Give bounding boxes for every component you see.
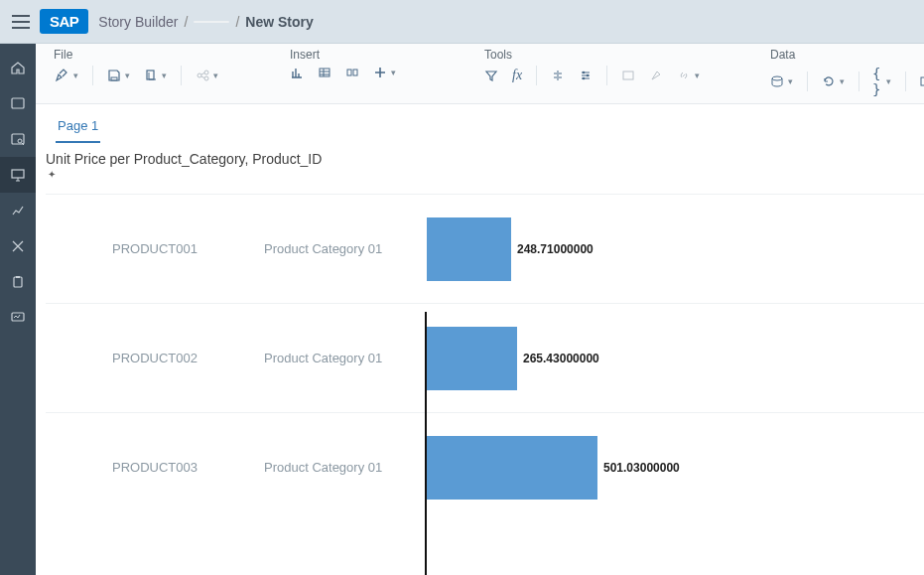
svg-point-10 (204, 71, 208, 74)
svg-point-17 (583, 77, 586, 80)
chart-row: PRODUCT003 Product Category 01 501.03000… (46, 412, 924, 521)
sidebar (0, 44, 36, 575)
chart-area: Unit Price per Product_Category, Product… (36, 143, 924, 521)
sidebar-home-icon[interactable] (0, 50, 36, 85)
compare-button[interactable] (551, 69, 565, 82)
bar[interactable] (427, 217, 511, 281)
ribbon-label-file: File (54, 48, 262, 62)
breadcrumb-current: New Story (245, 14, 313, 30)
svg-rect-7 (111, 77, 117, 80)
chart-row: PRODUCT002 Product Category 01 265.43000… (46, 303, 924, 412)
sidebar-monitor-icon[interactable] (0, 300, 36, 336)
sidebar-files-icon[interactable] (0, 85, 36, 121)
main: File ▾ ▾ ▾ ▾ Insert ▾ (0, 44, 924, 575)
formula-button[interactable]: fx (512, 68, 522, 83)
bar-value-label: 248.71000000 (517, 242, 594, 256)
ribbon-group-tools: Tools fx ▾ (484, 48, 742, 103)
breadcrumb-sep: / (185, 14, 189, 30)
link-button: ▾ (677, 69, 700, 82)
svg-point-11 (204, 76, 208, 80)
refresh-button[interactable]: ▾ (822, 74, 845, 88)
save-button[interactable]: ▾ (107, 69, 130, 82)
chart-button[interactable] (290, 66, 304, 79)
sidebar-tools-icon[interactable] (0, 228, 36, 264)
product-category-label: Product Category 01 (264, 351, 423, 365)
svg-rect-18 (623, 72, 633, 79)
ribbon-label-tools: Tools (484, 48, 742, 62)
chart-body: PRODUCT001 Product Category 01 248.71000… (46, 194, 924, 521)
filter-button[interactable] (484, 69, 498, 82)
content: File ▾ ▾ ▾ ▾ Insert ▾ (36, 44, 924, 575)
svg-rect-12 (320, 69, 330, 76)
bar-value-label: 265.43000000 (523, 352, 599, 365)
svg-rect-5 (16, 276, 20, 278)
ribbon-group-file: File ▾ ▾ ▾ ▾ (54, 48, 262, 103)
ribbon-label-insert: Insert (290, 48, 457, 62)
product-id-label: PRODUCT003 (46, 460, 264, 475)
share-button: ▾ (196, 69, 218, 82)
svg-rect-8 (147, 71, 154, 79)
svg-rect-14 (353, 70, 357, 75)
style-button (649, 69, 663, 82)
table-button[interactable] (318, 66, 331, 79)
sidebar-presentation-icon[interactable] (0, 157, 36, 193)
chart-row: PRODUCT001 Product Category 01 248.71000… (46, 194, 924, 303)
breadcrumb-app[interactable]: Story Builder (98, 14, 178, 30)
sidebar-clipboard-icon[interactable] (0, 264, 36, 300)
svg-point-16 (587, 74, 590, 77)
edit-prompts-button[interactable]: { }▾ (872, 66, 891, 97)
ribbon-label-data: Data (770, 48, 924, 62)
product-id-label: PRODUCT001 (46, 241, 264, 256)
datasource-button[interactable]: ▾ (770, 74, 793, 88)
designer-button[interactable]: ▾ (54, 68, 78, 83)
svg-rect-3 (12, 170, 24, 178)
breadcrumb-sep: / (235, 14, 239, 30)
copy-button[interactable]: ▾ (144, 69, 167, 82)
bar[interactable] (427, 327, 517, 390)
tab-page1[interactable]: Page 1 (56, 114, 100, 143)
ribbon-group-data: Data ▾ ▾ { }▾ (770, 48, 924, 103)
svg-rect-4 (14, 277, 22, 287)
bar[interactable] (427, 436, 597, 500)
add-button[interactable]: ▾ (373, 66, 396, 79)
chart-title: Unit Price per Product_Category, Product… (46, 151, 924, 167)
product-id-label: PRODUCT002 (46, 351, 264, 365)
svg-rect-6 (12, 313, 24, 321)
svg-point-9 (198, 73, 201, 77)
svg-rect-13 (347, 70, 351, 75)
svg-rect-0 (12, 98, 24, 108)
svg-point-15 (583, 72, 586, 74)
ribbon-group-insert: Insert ▾ (290, 48, 457, 103)
product-category-label: Product Category 01 (264, 241, 423, 256)
svg-point-19 (772, 76, 782, 80)
bar-value-label: 501.03000000 (603, 461, 680, 475)
ribbon: File ▾ ▾ ▾ ▾ Insert ▾ (36, 44, 924, 104)
breadcrumb-middle[interactable] (194, 21, 229, 23)
breadcrumb: Story Builder / / New Story (98, 14, 313, 30)
topbar: SAP Story Builder / / New Story (0, 0, 924, 44)
menu-icon[interactable] (12, 15, 30, 29)
sidebar-search-icon[interactable] (0, 121, 36, 157)
svg-point-2 (18, 139, 22, 143)
product-category-label: Product Category 01 (264, 460, 423, 475)
sap-logo: SAP (40, 9, 88, 34)
object-button[interactable] (345, 66, 359, 79)
more-button[interactable] (919, 74, 924, 88)
controls-button[interactable] (579, 69, 593, 82)
sidebar-analytics-icon[interactable] (0, 193, 36, 228)
tabbar: Page 1 (36, 104, 924, 143)
cond-format-button (621, 69, 635, 82)
loading-indicator-icon: ✦ (48, 169, 924, 180)
